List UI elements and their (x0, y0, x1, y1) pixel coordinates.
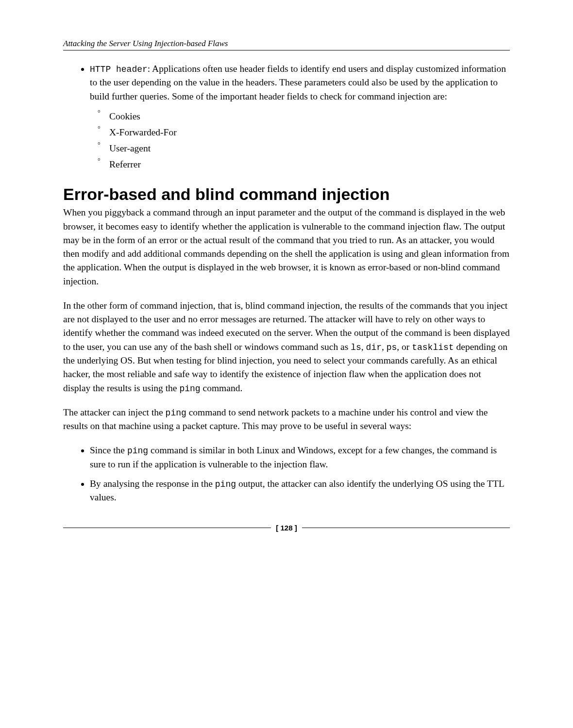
code-ping: ping (179, 384, 200, 394)
footer-rule-left (63, 528, 271, 528)
list-item: By analysing the response in the ping ou… (90, 477, 510, 505)
code-http-header: HTTP header (90, 65, 148, 74)
paragraph-3: The attacker can inject the ping command… (63, 406, 510, 433)
text-run: , or (397, 342, 412, 352)
code-dir: dir (366, 343, 382, 352)
list-item-text: : Applications often use header fields t… (90, 64, 506, 101)
page-content: Attacking the Server Using Injection-bas… (0, 0, 573, 551)
code-ping: ping (127, 446, 148, 456)
sub-list-item: X-Forwarded-For (109, 124, 510, 140)
section-heading: Error-based and blind command injection (63, 185, 510, 204)
text-run: , (361, 342, 366, 352)
code-ps: ps (387, 343, 397, 352)
text-run: command is similar in both Linux and Win… (90, 445, 497, 469)
lower-bullet-list: Since the ping command is similar in bot… (63, 444, 510, 504)
page-footer: [ 128 ] (63, 524, 510, 532)
top-bullet-list: HTTP header: Applications often use head… (63, 62, 510, 172)
page-number: [ 128 ] (271, 524, 302, 532)
sub-list-item: Referrer (109, 156, 510, 172)
running-header: Attacking the Server Using Injection-bas… (63, 39, 510, 50)
text-run: command. (201, 383, 243, 393)
sub-list-item: Cookies (109, 108, 510, 124)
code-ping: ping (215, 480, 236, 489)
code-ls: ls (351, 343, 361, 352)
text-run: Since the (90, 445, 127, 455)
list-item: Since the ping command is similar in bot… (90, 444, 510, 471)
footer-rule-right (302, 528, 510, 528)
text-run: By analysing the response in the (90, 479, 215, 489)
sub-list: Cookies X-Forwarded-For User-agent Refer… (90, 108, 510, 173)
text-run: The attacker can inject the (63, 407, 166, 417)
sub-list-item: User-agent (109, 140, 510, 156)
code-ping: ping (166, 408, 186, 418)
list-item: HTTP header: Applications often use head… (90, 62, 510, 172)
paragraph-2: In the other form of command injection, … (63, 299, 510, 395)
code-tasklist: tasklist (412, 343, 454, 352)
paragraph-1: When you piggyback a command through an … (63, 206, 510, 288)
text-run: , (382, 342, 387, 352)
